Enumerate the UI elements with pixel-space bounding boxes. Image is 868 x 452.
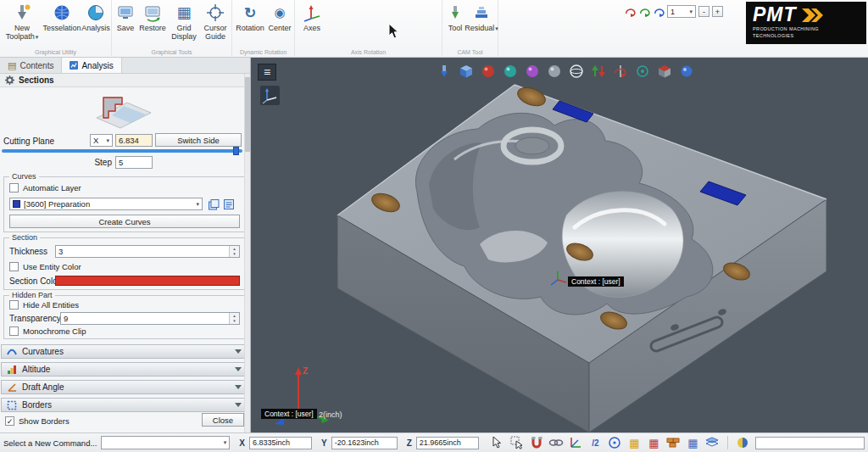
switch-side-button[interactable]: Switch Side bbox=[155, 133, 242, 147]
wireframe-sphere-icon[interactable] bbox=[568, 63, 585, 80]
draft-angle-label: Draft Angle bbox=[22, 382, 64, 392]
measure-icon[interactable] bbox=[735, 435, 751, 450]
viewport-menu-button[interactable]: ≡ bbox=[258, 64, 276, 81]
hide-all-entities-checkbox[interactable]: Hide All Entities bbox=[9, 300, 79, 310]
x-coordinate-input[interactable]: 6.8335inch bbox=[249, 437, 312, 449]
thickness-input[interactable]: 3 ▴▾ bbox=[55, 245, 240, 258]
create-curves-button[interactable]: Create Curves bbox=[9, 215, 240, 228]
half-distance-icon[interactable]: /2 bbox=[587, 435, 604, 450]
panel-scrollbar[interactable] bbox=[244, 74, 250, 432]
cursor-guide-icon bbox=[206, 2, 225, 24]
layer-settings-icon[interactable] bbox=[223, 198, 235, 210]
monochrome-clip-checkbox[interactable]: Monochrome Clip bbox=[9, 326, 86, 336]
grid-blue-icon[interactable]: ▦ bbox=[685, 435, 701, 450]
grid-glyph: ▦ bbox=[687, 437, 698, 449]
checkbox-box[interactable] bbox=[9, 326, 19, 336]
cutting-plane-axis-select[interactable]: X ▾ bbox=[90, 134, 113, 147]
command-combobox[interactable]: ▾ bbox=[101, 436, 230, 449]
curvatures-bar[interactable]: Curvatures bbox=[1, 344, 248, 359]
magnet-icon[interactable] bbox=[529, 435, 545, 450]
slider-handle[interactable] bbox=[233, 147, 239, 155]
circle-snap-icon[interactable] bbox=[607, 435, 623, 450]
viewport-3d[interactable]: ≡ Context : [user] Z Context : [user] 2(… bbox=[251, 58, 868, 432]
step-input[interactable]: 5 bbox=[115, 156, 153, 169]
chevron-down-icon bbox=[235, 349, 242, 354]
save-button[interactable]: Save bbox=[114, 2, 137, 32]
thickness-value: 3 bbox=[58, 247, 63, 256]
rotate-plus-button[interactable]: + bbox=[712, 6, 723, 17]
new-toolpath-button[interactable]: New Toolpath▾ bbox=[3, 2, 42, 41]
automatic-layer-checkbox[interactable]: Automatic Layer bbox=[9, 183, 81, 193]
spinner-down-icon[interactable]: ▾ bbox=[233, 252, 236, 257]
draft-angle-icon bbox=[7, 382, 17, 393]
pointer-box-icon[interactable] bbox=[509, 435, 526, 450]
select-pointer-icon[interactable] bbox=[490, 435, 506, 450]
thickness-spinner[interactable]: ▴▾ bbox=[229, 246, 239, 257]
panel-scrollbar-thumb[interactable] bbox=[245, 77, 250, 152]
rotation-button[interactable]: ↻ Rotation bbox=[234, 2, 266, 32]
tesselation-button[interactable]: Tesselation bbox=[42, 2, 81, 32]
transparency-spinner[interactable]: ▴▾ bbox=[229, 313, 239, 324]
cad-model[interactable] bbox=[251, 58, 868, 432]
chevron-down-icon: ▾ bbox=[224, 439, 227, 446]
layers-stack-icon[interactable] bbox=[704, 435, 721, 450]
sphere-blue-icon[interactable] bbox=[678, 63, 695, 80]
bricks-icon[interactable] bbox=[665, 435, 682, 450]
rotate-axis-icon[interactable] bbox=[612, 63, 629, 80]
checkbox-box[interactable] bbox=[9, 300, 19, 310]
axis-orientation-button[interactable] bbox=[260, 86, 280, 107]
show-borders-checkbox[interactable]: ✓ Show Borders bbox=[5, 416, 70, 426]
cube-section-icon[interactable] bbox=[656, 63, 673, 80]
center-button[interactable]: ◉ Center bbox=[266, 2, 293, 32]
layer-list-icon[interactable] bbox=[208, 198, 220, 210]
spinner-down-icon[interactable]: ▾ bbox=[233, 319, 236, 324]
restore-button[interactable]: Restore bbox=[138, 2, 167, 32]
shaded-sphere-red-icon[interactable] bbox=[480, 63, 497, 80]
shaded-sphere-purple-icon[interactable] bbox=[524, 63, 541, 80]
axes-snap-icon[interactable] bbox=[568, 435, 584, 450]
target-point-icon[interactable] bbox=[634, 63, 651, 80]
grid-yellow-icon[interactable]: ▦ bbox=[626, 435, 643, 450]
analysis-button[interactable]: Analysis bbox=[81, 2, 110, 32]
close-button[interactable]: Close bbox=[202, 413, 244, 427]
curves-group: Curves Automatic Layer [3600] Preparatio… bbox=[3, 176, 246, 232]
use-entity-color-checkbox[interactable]: Use Entity Color bbox=[9, 262, 81, 271]
tab-contents[interactable]: ▤ Contents bbox=[0, 58, 62, 73]
grid-red-icon[interactable]: ▦ bbox=[646, 435, 662, 450]
z-coordinate-input[interactable]: 21.9665inch bbox=[416, 437, 479, 449]
message-input[interactable] bbox=[755, 437, 865, 449]
tool-button[interactable]: Tool bbox=[444, 2, 466, 32]
rotate-minus-button[interactable]: - bbox=[698, 6, 709, 17]
new-toolpath-icon bbox=[13, 2, 31, 24]
shaded-sphere-teal-icon[interactable] bbox=[502, 63, 519, 80]
rotate-x-icon[interactable] bbox=[624, 6, 636, 18]
rotation-label: Rotation bbox=[236, 24, 264, 32]
borders-bar[interactable]: Borders bbox=[1, 398, 248, 412]
updown-arrows-icon[interactable] bbox=[590, 63, 607, 80]
sections-header[interactable]: Sections bbox=[0, 74, 250, 87]
tool-display-icon[interactable] bbox=[436, 63, 453, 80]
transparency-input[interactable]: 9 ▴▾ bbox=[60, 312, 240, 325]
chain-link-icon[interactable] bbox=[548, 435, 565, 450]
section-color-swatch[interactable] bbox=[55, 276, 240, 286]
altitude-bar[interactable]: Altitude bbox=[1, 362, 248, 377]
view-cube-icon[interactable] bbox=[458, 63, 475, 80]
rotate-z-icon[interactable] bbox=[653, 6, 665, 18]
checkbox-box[interactable]: ✓ bbox=[5, 416, 14, 426]
layer-select[interactable]: [3600] Preparation ▾ bbox=[9, 198, 203, 210]
draft-angle-bar[interactable]: Draft Angle bbox=[1, 380, 248, 394]
checkbox-box[interactable] bbox=[9, 183, 19, 193]
cutting-plane-slider[interactable] bbox=[2, 149, 242, 153]
axes-button[interactable]: Axes bbox=[298, 2, 326, 32]
residual-button[interactable]: Residual▾ bbox=[466, 2, 497, 32]
y-coordinate-input[interactable]: -20.1623inch bbox=[331, 437, 398, 449]
cutting-plane-value-input[interactable]: 6.834 bbox=[115, 134, 153, 147]
checkbox-box[interactable] bbox=[9, 262, 19, 271]
rotation-angle-combobox[interactable]: 1 ▾ bbox=[667, 5, 696, 18]
shaded-sphere-gray-icon[interactable] bbox=[546, 63, 563, 80]
tab-analysis[interactable]: Analysis bbox=[62, 58, 121, 73]
cursor-guide-button[interactable]: Cursor Guide bbox=[200, 2, 231, 41]
rotate-y-icon[interactable] bbox=[638, 6, 650, 18]
grid-display-button[interactable]: ▦ Grid Display bbox=[168, 2, 200, 41]
save-label: Save bbox=[117, 24, 135, 32]
